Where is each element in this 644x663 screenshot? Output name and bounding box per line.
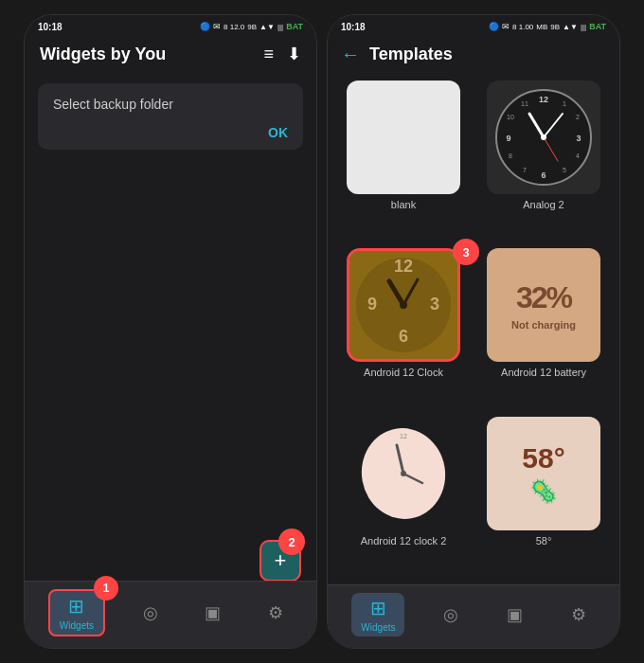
left-app-title: Widgets by You	[40, 45, 166, 64]
svg-text:7: 7	[523, 167, 527, 173]
template-weather[interactable]: 58° 🦠 58°	[477, 417, 610, 577]
left-status-bar: 10:18 🔵 ✉ 8 12.0 9B ▲▼ ||| BAT	[25, 15, 316, 36]
battery-label: Android 12 battery	[501, 367, 586, 378]
right-widgets-label: Widgets	[361, 622, 395, 633]
android12clock-label: Android 12 Clock	[364, 367, 443, 378]
right-layouts-icon: ▣	[507, 604, 523, 625]
clock2-label: Android 12 clock 2	[361, 535, 447, 547]
right-battery-icon: BAT	[589, 22, 606, 31]
svg-text:5: 5	[563, 167, 566, 173]
right-widgets-icon: ⊞	[370, 597, 386, 619]
left-phone-screen: 10:18 🔵 ✉ 8 12.0 9B ▲▼ ||| BAT Widgets b…	[24, 14, 317, 649]
svg-text:3: 3	[576, 134, 581, 143]
right-bottom-nav: ⊞ Widgets ◎ ▣ ⚙	[328, 584, 619, 648]
left-bottom-nav: ⊞ Widgets 1 ◎ ▣ ⚙	[25, 581, 316, 648]
right-settings-icon: ⚙	[571, 604, 586, 625]
right-status-bar: 10:18 🔵 ✉ 8 1.00 MB 9B ▲▼ ||| BAT	[328, 15, 619, 36]
left-battery-icon: BAT	[286, 22, 303, 31]
svg-text:10: 10	[507, 114, 514, 120]
explore-icon: ◎	[143, 602, 158, 623]
nav-widgets[interactable]: ⊞ Widgets 1	[48, 589, 105, 636]
android12-clock-svg: 12 3 6 9	[349, 251, 457, 359]
svg-point-16	[541, 134, 546, 140]
step-badge-2: 2	[278, 529, 305, 555]
dialog-message: Select backup folder	[53, 97, 288, 112]
svg-text:2: 2	[576, 114, 580, 120]
right-nav-settings[interactable]: ⚙	[562, 600, 596, 629]
svg-text:8: 8	[509, 152, 512, 159]
widgets-icon: ⊞	[68, 595, 84, 618]
right-nav-explore[interactable]: ◎	[434, 600, 468, 629]
svg-text:9: 9	[367, 295, 377, 314]
step-badge-3: 3	[453, 239, 479, 265]
settings-icon: ⚙	[268, 602, 283, 623]
left-content-area	[25, 161, 316, 581]
templates-header: ← Templates	[328, 36, 619, 73]
templates-grid: blank 12 3 6 9 1 2 4 5	[328, 73, 619, 584]
right-explore-icon: ◎	[443, 604, 458, 625]
blank-label: blank	[391, 199, 416, 210]
backup-folder-dialog: Select backup folder OK	[38, 83, 303, 150]
nav-layouts[interactable]: ▣	[195, 599, 230, 627]
svg-text:4: 4	[576, 152, 580, 159]
svg-text:3: 3	[430, 295, 439, 314]
svg-text:6: 6	[541, 170, 546, 180]
svg-text:12: 12	[539, 95, 548, 104]
clock2-thumbnail: 12	[347, 417, 460, 530]
back-button[interactable]: ←	[341, 44, 360, 65]
blank-thumbnail	[347, 81, 460, 194]
clock2-svg: 12	[351, 421, 456, 526]
left-status-icons: 🔵 ✉ 8 12.0 9B ▲▼ ||| BAT	[200, 22, 303, 31]
weather-label: 58°	[536, 535, 552, 547]
filter-icon[interactable]: ≡	[263, 45, 274, 64]
right-status-icons: 🔵 ✉ 8 1.00 MB 9B ▲▼ ||| BAT	[489, 22, 606, 31]
svg-text:9: 9	[506, 134, 510, 143]
svg-point-25	[400, 301, 407, 309]
widgets-label: Widgets	[60, 620, 94, 631]
right-nav-layouts[interactable]: ▣	[497, 600, 532, 629]
template-android12clock[interactable]: 12 3 6 9 3 Android 12 Clock	[337, 248, 470, 408]
dialog-ok-button[interactable]: OK	[53, 125, 288, 140]
analog2-clock-svg: 12 3 6 9 1 2 4 5 7 8 10 11	[492, 85, 596, 189]
right-time: 10:18	[341, 22, 366, 32]
weather-thumbnail: 58° 🦠	[487, 417, 600, 530]
left-time: 10:18	[38, 22, 63, 32]
template-android12clock2[interactable]: 12 Android 12 clock 2	[337, 417, 470, 577]
svg-text:11: 11	[521, 100, 528, 107]
android12clock-thumbnail: 12 3 6 9	[347, 248, 460, 362]
templates-title: Templates	[369, 45, 453, 64]
template-analog2[interactable]: 12 3 6 9 1 2 4 5 7 8 10 11	[477, 81, 610, 241]
svg-text:1: 1	[563, 100, 566, 107]
right-phone-screen: 10:18 🔵 ✉ 8 1.00 MB 9B ▲▼ ||| BAT ← Temp…	[327, 14, 620, 649]
svg-text:12: 12	[394, 257, 413, 276]
download-icon[interactable]: ⬇	[287, 44, 301, 64]
step-badge-1: 1	[94, 576, 118, 600]
svg-text:6: 6	[399, 327, 408, 346]
svg-text:12: 12	[400, 433, 407, 439]
template-android12battery[interactable]: 32% Not charging Android 12 battery	[477, 248, 610, 408]
svg-point-29	[401, 471, 406, 476]
battery-thumbnail: 32% Not charging	[487, 248, 600, 362]
left-header-actions: ≡ ⬇	[263, 44, 301, 64]
left-app-header: Widgets by You ≡ ⬇	[25, 36, 316, 72]
template-blank[interactable]: blank	[337, 81, 470, 241]
nav-explore[interactable]: ◎	[134, 599, 168, 627]
analog2-label: Analog 2	[523, 199, 564, 210]
layouts-icon: ▣	[205, 602, 221, 623]
analog2-thumbnail: 12 3 6 9 1 2 4 5 7 8 10 11	[487, 81, 600, 194]
right-nav-widgets[interactable]: ⊞ Widgets	[351, 593, 404, 636]
nav-settings[interactable]: ⚙	[259, 599, 293, 627]
